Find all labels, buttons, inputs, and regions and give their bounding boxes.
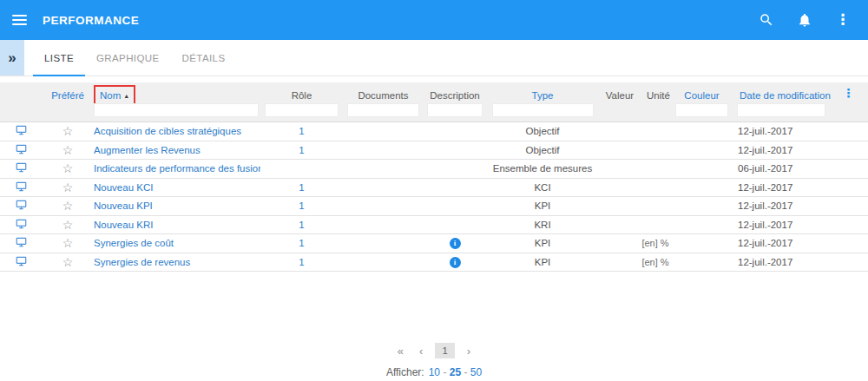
filter-input-documents[interactable] [347, 103, 420, 117]
filter-input-type[interactable] [492, 103, 594, 117]
filter-cell-type [486, 103, 599, 117]
app-bar-actions: ⋮ [759, 12, 868, 28]
item-name-link[interactable]: Synergies de revenus [94, 257, 260, 267]
filter-input-couleur[interactable] [675, 103, 728, 117]
size-separator: - [461, 366, 470, 378]
page-size-10[interactable]: 10 [429, 366, 440, 378]
cell-type: Ensemble de mesures [486, 163, 599, 174]
item-name-link[interactable]: Nouveau KRI [94, 220, 260, 230]
size-separator: - [440, 366, 450, 378]
cell-date: 12-juil.-2017 [733, 200, 829, 211]
column-header-date[interactable]: Date de modification [733, 85, 829, 102]
filter-input-nom[interactable] [94, 103, 259, 117]
favorite-star-icon[interactable]: ☆ [42, 200, 94, 212]
filter-input-date[interactable] [737, 103, 825, 117]
column-label-documents: Documents [358, 88, 408, 104]
info-icon[interactable]: i [450, 238, 461, 249]
favorite-star-icon[interactable]: ☆ [42, 219, 94, 231]
tab-bar: » LISTE GRAPHIQUE DÉTAILS [0, 40, 868, 76]
tab-graphique[interactable]: GRAPHIQUE [85, 40, 171, 76]
item-name-link[interactable]: Nouveau KCI [94, 182, 260, 193]
monitor-icon[interactable] [0, 161, 42, 175]
cell-type: KRI [486, 220, 599, 230]
filter-cell-valeur [599, 103, 641, 117]
item-name-link[interactable]: Indicateurs de performance des fusions e… [94, 163, 260, 174]
previous-page-button[interactable]: ‹ [416, 345, 426, 358]
cell-type: Objectif [486, 145, 599, 155]
filter-cell-couleur [670, 103, 733, 117]
cell-date: 12-juil.-2017 [733, 220, 829, 230]
item-name-link[interactable]: Augmenter les Revenus [94, 145, 260, 155]
favorite-star-icon[interactable]: ☆ [42, 125, 94, 137]
notifications-bell-icon[interactable] [797, 12, 812, 28]
favorite-star-icon[interactable]: ☆ [42, 237, 94, 249]
table-row: ☆Nouveau KCI1KCI12-juil.-2017 [0, 179, 868, 198]
column-header-couleur[interactable]: Couleur [670, 85, 733, 102]
cell-type: KPI [486, 200, 599, 211]
item-name-link[interactable]: Acquisition de cibles stratégiques [94, 126, 260, 136]
cell-role: 1 [260, 220, 343, 230]
tab-details[interactable]: DÉTAILS [171, 40, 237, 76]
cell-role: 1 [260, 126, 343, 136]
cell-type: KPI [486, 238, 599, 248]
filter-cell-role [260, 103, 343, 117]
column-header-valeur[interactable]: Valeur [599, 85, 641, 102]
column-label-date: Date de modification [740, 88, 831, 104]
next-page-button[interactable]: › [464, 345, 474, 358]
pagination: « ‹ 1 › [0, 343, 868, 358]
item-name-link[interactable]: Synergies de coût [94, 238, 260, 248]
monitor-icon[interactable] [0, 255, 42, 269]
monitor-icon[interactable] [0, 181, 42, 194]
column-header-unite[interactable]: Unité [641, 85, 670, 102]
table-header: PréféréNom▲RôleDocumentsDescriptionTypeV… [0, 82, 868, 122]
column-label-valeur: Valeur [606, 88, 634, 104]
monitor-icon[interactable] [0, 124, 42, 138]
filter-input-description[interactable] [427, 103, 483, 117]
hamburger-menu-icon[interactable] [12, 12, 27, 28]
search-icon[interactable] [759, 12, 774, 28]
page-size-50[interactable]: 50 [470, 366, 482, 378]
column-header-type[interactable]: Type [486, 85, 599, 102]
cell-date: 06-juil.-2017 [733, 163, 829, 174]
favorite-star-icon[interactable]: ☆ [42, 256, 94, 268]
column-header-documents[interactable]: Documents [343, 85, 424, 102]
tabs: LISTE GRAPHIQUE DÉTAILS [33, 40, 236, 76]
filter-input-role[interactable] [265, 103, 339, 117]
item-name-link[interactable]: Nouveau KPI [94, 200, 260, 211]
monitor-icon[interactable] [0, 218, 42, 232]
table-row: ☆Augmenter les Revenus1Objectif12-juil.-… [0, 141, 868, 161]
table-row: ☆Synergies de coût1iKPI[en] %12-juil.-20… [0, 234, 868, 253]
monitor-icon[interactable] [0, 143, 42, 157]
expand-panel-button[interactable]: » [0, 40, 24, 76]
app-title: PERFORMANCE [43, 14, 139, 27]
favorite-star-icon[interactable]: ☆ [42, 181, 94, 194]
cell-role: 1 [260, 238, 343, 248]
column-header-nom[interactable]: Nom▲ [94, 85, 260, 102]
monitor-icon[interactable] [0, 236, 42, 250]
column-header-role[interactable]: Rôle [260, 85, 343, 102]
filter-spacer-end [829, 103, 868, 117]
column-header-spacer [0, 85, 42, 102]
filter-cell-description [424, 103, 486, 117]
sort-asc-icon: ▲ [123, 93, 129, 99]
table-row: ☆Nouveau KRI1KRI12-juil.-2017 [0, 216, 868, 235]
filter-cell-preferred [42, 103, 94, 117]
column-header-description[interactable]: Description [424, 85, 486, 102]
favorite-star-icon[interactable]: ☆ [42, 162, 94, 174]
filter-cell-date [733, 103, 829, 117]
tab-liste[interactable]: LISTE [33, 40, 85, 76]
favorite-star-icon[interactable]: ☆ [42, 144, 94, 156]
table-row: ☆Synergies de revenus1iKPI[en] %12-juil.… [0, 253, 868, 273]
column-header-preferred[interactable]: Préféré [42, 85, 94, 102]
page-size-selector: Afficher: 10 - 25 - 50 [0, 366, 868, 378]
cell-date: 12-juil.-2017 [733, 238, 829, 248]
cell-date: 12-juil.-2017 [733, 257, 829, 267]
page-size-25[interactable]: 25 [450, 366, 461, 378]
column-settings-icon[interactable]: ⋮ [829, 85, 868, 102]
first-page-button[interactable]: « [394, 345, 407, 358]
cell-role: 1 [260, 200, 343, 211]
current-page-button[interactable]: 1 [435, 343, 454, 358]
more-options-icon[interactable]: ⋮ [835, 12, 851, 28]
info-icon[interactable]: i [450, 257, 461, 268]
monitor-icon[interactable] [0, 199, 42, 213]
